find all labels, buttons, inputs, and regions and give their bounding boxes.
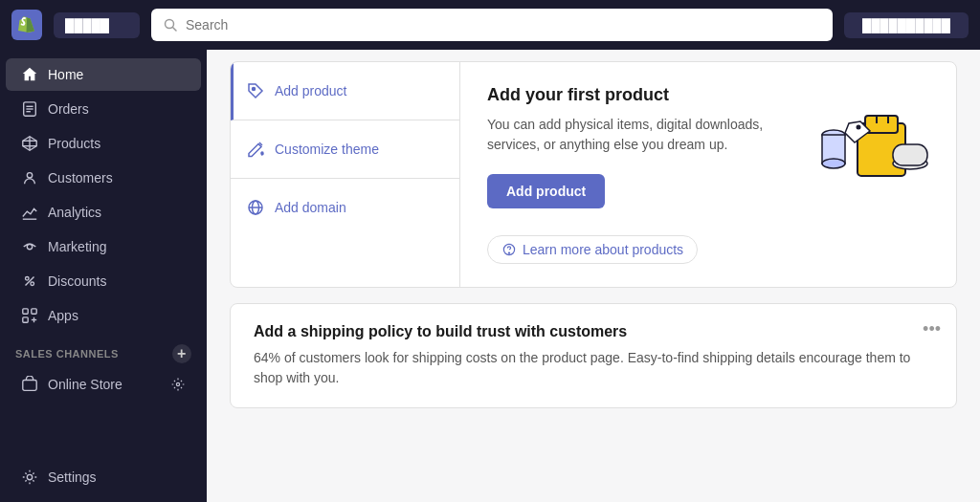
paint-icon [246, 140, 265, 159]
sidebar-item-analytics[interactable]: Analytics [6, 196, 201, 229]
svg-point-12 [27, 244, 32, 249]
feature-panel: Add your first product You can add physi… [460, 62, 956, 287]
online-store-settings-icon [170, 377, 186, 392]
customers-icon [21, 169, 38, 186]
marketing-icon [21, 238, 38, 255]
settings-icon [21, 469, 38, 486]
feature-text: Add your first product You can add physi… [487, 85, 786, 264]
search-icon [163, 17, 178, 33]
apps-icon [21, 307, 38, 324]
svg-rect-22 [23, 381, 36, 391]
account-button[interactable]: ██████████ [844, 12, 969, 38]
shipping-card: ••• Add a shipping policy to build trust… [230, 303, 957, 408]
svg-rect-19 [23, 317, 28, 322]
svg-point-24 [27, 474, 32, 479]
sidebar-item-label: Marketing [48, 239, 106, 254]
products-icon [21, 135, 38, 152]
shipping-card-description: 64% of customers look for shipping costs… [254, 348, 933, 388]
svg-line-1 [173, 28, 177, 32]
sidebar: Home Orders Products Customers Analytics… [0, 50, 207, 502]
sidebar-item-label: Discounts [48, 273, 106, 289]
svg-point-30 [508, 252, 509, 253]
action-item-add-product[interactable]: Add product [231, 62, 459, 120]
store-name[interactable]: █████ [54, 12, 140, 38]
tag-icon [246, 81, 265, 100]
sidebar-item-label: Analytics [48, 205, 101, 220]
sidebar-item-label: Apps [48, 308, 78, 323]
product-illustration [805, 95, 929, 181]
svg-rect-17 [23, 309, 28, 314]
svg-point-23 [176, 382, 179, 385]
top-navigation: █████ ██████████ [0, 0, 980, 50]
add-sales-channel-button[interactable]: + [172, 344, 191, 363]
online-store-icon [21, 376, 38, 393]
svg-rect-18 [32, 309, 36, 314]
feature-illustration [805, 85, 929, 181]
sidebar-item-orders[interactable]: Orders [6, 93, 201, 125]
sidebar-item-customers[interactable]: Customers [6, 162, 201, 194]
orders-icon [21, 100, 38, 118]
settings-label: Settings [48, 469, 97, 485]
svg-point-13 [26, 277, 30, 281]
search-input[interactable] [186, 17, 821, 33]
feature-description: You can add physical items, digital down… [487, 115, 786, 155]
sidebar-item-apps[interactable]: Apps [6, 299, 201, 332]
online-store-label: Online Store [48, 377, 122, 392]
feature-cta-button[interactable]: Add product [487, 174, 605, 208]
sidebar-item-label: Home [48, 67, 83, 82]
sidebar-item-label: Customers [48, 170, 113, 186]
svg-point-25 [253, 88, 256, 91]
action-list: Add product Customize theme Add domain [231, 62, 460, 287]
sidebar-item-online-store[interactable]: Online Store [6, 368, 201, 401]
svg-point-35 [857, 125, 861, 130]
discounts-icon [21, 273, 38, 290]
sidebar-item-home[interactable]: Home [6, 58, 201, 91]
svg-point-10 [27, 173, 32, 178]
action-item-label: Add domain [275, 200, 346, 215]
sidebar-item-label: Products [48, 136, 100, 151]
sidebar-item-discounts[interactable]: Discounts [6, 265, 201, 297]
learn-more-label: Learn more about products [523, 242, 683, 257]
learn-more-link[interactable]: Learn more about products [487, 235, 698, 264]
action-item-customize-theme[interactable]: Customize theme [231, 120, 459, 179]
onboarding-card: Add product Customize theme Add domain A… [230, 61, 957, 288]
svg-rect-37 [893, 144, 927, 165]
svg-point-14 [31, 282, 34, 286]
sales-channels-section: SALES CHANNELS + [0, 333, 207, 367]
question-circle-icon [501, 242, 517, 257]
sidebar-item-label: Orders [48, 101, 89, 117]
shipping-card-title: Add a shipping policy to build trust wit… [254, 323, 933, 340]
action-item-label: Customize theme [275, 142, 379, 157]
main-content: Add product Customize theme Add domain A… [207, 50, 980, 502]
home-icon [21, 66, 38, 83]
svg-point-40 [822, 159, 845, 168]
action-item-label: Add product [275, 83, 347, 98]
action-item-add-domain[interactable]: Add domain [231, 179, 459, 236]
feature-title: Add your first product [487, 85, 786, 105]
svg-line-15 [26, 277, 34, 286]
card-more-options-button[interactable]: ••• [923, 319, 941, 339]
analytics-icon [21, 204, 38, 221]
sidebar-item-products[interactable]: Products [6, 127, 201, 160]
sidebar-item-marketing[interactable]: Marketing [6, 230, 201, 263]
shopify-logo [11, 10, 42, 40]
globe-icon [246, 198, 265, 217]
sidebar-item-settings[interactable]: Settings [6, 461, 201, 493]
search-bar[interactable] [151, 9, 833, 41]
